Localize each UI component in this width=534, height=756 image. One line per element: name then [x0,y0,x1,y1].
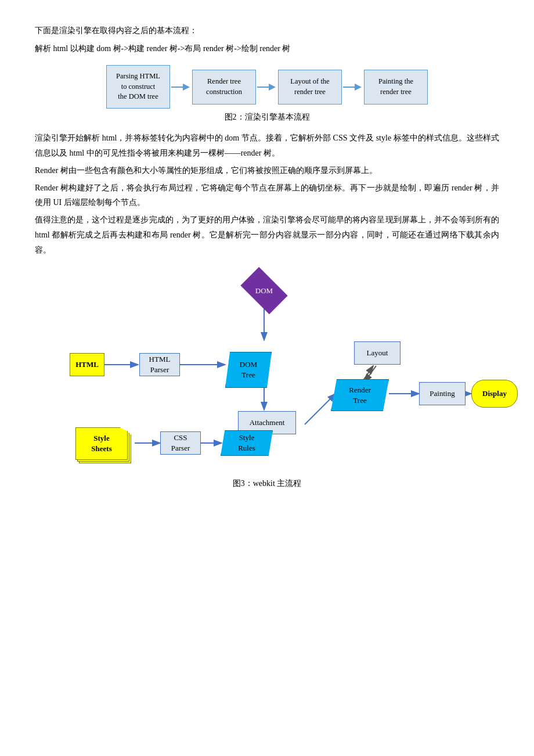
arrow-3 [342,81,364,93]
paragraph-4: 值得注意的是，这个过程是逐步完成的，为了更好的用户体验，渲染引擎将会尽可能早的将… [35,213,499,258]
paragraph-2: Render 树由一些包含有颜色和大小等属性的矩形组成，它们将被按照正确的顺序显… [35,163,499,178]
diagram2: DOM HTML HTMLParser DOMTree Layout Attac… [35,266,499,495]
node-dom: DOM [240,267,287,314]
diagram2-caption: 图3：webkit 主流程 [233,478,302,489]
diagram1-flow: Parsing HTMLto constructthe DOM tree Ren… [106,65,428,109]
paragraph-1: 渲染引擎开始解析 html，并将标签转化为内容树中的 dom 节点。接着，它解析… [35,131,499,161]
node-painting: Painting [419,382,466,405]
diagram1: Parsing HTMLto constructthe DOM tree Ren… [35,65,499,128]
flow-box-3: Layout of therender tree [278,70,342,105]
intro-line1: 下面是渲染引擎在取得内容之后的基本流程： [35,23,499,38]
arrow-1 [170,81,192,93]
diagram2-canvas: DOM HTML HTMLParser DOMTree Layout Attac… [46,266,488,475]
svg-line-4 [305,394,335,424]
paragraph-3: Render 树构建好了之后，将会执行布局过程，它将确定每个节点在屏幕上的确切坐… [35,181,499,211]
node-dom-tree: DOMTree [225,352,272,388]
node-layout: Layout [354,341,400,365]
flow-box-4: Painting therender tree [364,70,428,105]
node-css-parser: CSSParser [160,431,201,455]
node-display: Display [471,380,518,408]
node-style-rules: StyleRules [221,430,273,456]
intro-line2: 解析 html 以构建 dom 树->构建 render 树->布局 rende… [35,41,499,56]
arrow-2 [256,81,278,93]
node-style-sheets: StyleSheets [75,427,134,463]
flow-box-1: Parsing HTMLto constructthe DOM tree [106,65,170,109]
svg-line-6 [363,366,373,381]
flow-box-2: Render treeconstruction [192,70,256,105]
node-render-tree: RenderTree [331,379,389,411]
node-html: HTML [70,353,104,376]
diagram1-caption: 图2：渲染引擎基本流程 [225,112,310,123]
node-html-parser: HTMLParser [139,353,180,376]
